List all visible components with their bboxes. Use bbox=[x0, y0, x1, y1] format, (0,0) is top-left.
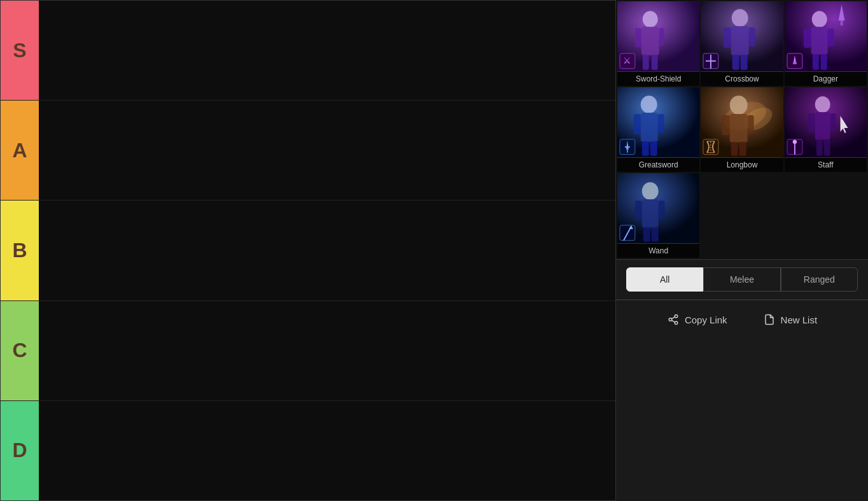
svg-rect-33 bbox=[641, 113, 658, 142]
tier-label-a: A bbox=[1, 101, 39, 200]
weapon-card-wand[interactable]: Wand bbox=[617, 173, 699, 258]
weapon-label-dagger: Dagger bbox=[785, 71, 867, 86]
filter-all-button[interactable]: All bbox=[626, 267, 703, 292]
weapon-card-crossbow[interactable]: Crossbow bbox=[701, 1, 783, 86]
svg-rect-23 bbox=[811, 27, 827, 55]
tier-label-s: S bbox=[1, 1, 39, 100]
tier-content-b[interactable] bbox=[39, 201, 615, 300]
svg-rect-57 bbox=[815, 112, 830, 140]
svg-rect-41 bbox=[627, 150, 628, 153]
weapon-card-img-longbow bbox=[701, 87, 783, 157]
tier-label-c: C bbox=[1, 301, 39, 400]
filter-bar: All Melee Ranged bbox=[616, 259, 868, 300]
tier-content-s[interactable] bbox=[39, 1, 615, 100]
weapon-card-longbow[interactable]: Longbow bbox=[701, 87, 783, 172]
svg-point-45 bbox=[730, 95, 748, 115]
weapon-label-greatsword: Greatsword bbox=[617, 157, 699, 172]
svg-rect-14 bbox=[732, 55, 739, 70]
svg-rect-2 bbox=[641, 27, 659, 55]
tier-label-d: D bbox=[1, 401, 39, 500]
svg-point-1 bbox=[643, 11, 658, 27]
svg-rect-61 bbox=[823, 139, 830, 156]
svg-rect-34 bbox=[634, 114, 641, 134]
svg-line-78 bbox=[671, 320, 675, 322]
tier-row-a: A bbox=[1, 101, 615, 201]
tier-content-c[interactable] bbox=[39, 301, 615, 400]
tier-list: S A B C D bbox=[0, 0, 616, 501]
svg-rect-68 bbox=[635, 201, 642, 220]
copy-link-icon bbox=[667, 313, 680, 326]
svg-rect-71 bbox=[652, 227, 659, 242]
copy-link-label: Copy Link bbox=[685, 314, 727, 325]
svg-rect-15 bbox=[741, 55, 748, 70]
new-list-button[interactable]: New List bbox=[755, 309, 825, 330]
weapon-grid: ⚔ Sword-Shield bbox=[616, 0, 868, 259]
svg-rect-50 bbox=[739, 142, 746, 156]
svg-rect-59 bbox=[830, 113, 836, 131]
new-list-icon bbox=[763, 313, 776, 326]
weapon-card-staff[interactable]: Staff bbox=[785, 87, 867, 172]
tier-row-d: D bbox=[1, 401, 615, 500]
weapon-card-img-greatsword bbox=[617, 87, 699, 157]
svg-rect-46 bbox=[730, 114, 748, 143]
svg-rect-37 bbox=[650, 141, 657, 156]
svg-rect-24 bbox=[804, 29, 811, 48]
svg-rect-3 bbox=[635, 28, 641, 47]
svg-rect-6 bbox=[652, 55, 658, 70]
svg-point-10 bbox=[732, 9, 748, 27]
svg-rect-47 bbox=[722, 115, 730, 135]
svg-rect-4 bbox=[659, 28, 664, 46]
svg-rect-27 bbox=[820, 54, 827, 70]
tier-row-s: S bbox=[1, 1, 615, 101]
svg-rect-11 bbox=[731, 26, 749, 55]
svg-rect-12 bbox=[724, 27, 731, 48]
svg-rect-35 bbox=[658, 114, 664, 133]
svg-point-64 bbox=[793, 140, 797, 144]
svg-rect-70 bbox=[643, 227, 650, 242]
svg-rect-13 bbox=[749, 27, 755, 46]
weapon-label-wand: Wand bbox=[617, 243, 699, 258]
svg-rect-69 bbox=[659, 201, 665, 219]
svg-rect-25 bbox=[827, 29, 834, 46]
svg-point-66 bbox=[642, 182, 659, 200]
svg-point-22 bbox=[811, 11, 827, 27]
svg-rect-5 bbox=[643, 55, 649, 70]
svg-text:⚔: ⚔ bbox=[623, 55, 631, 66]
tier-row-c: C bbox=[1, 301, 615, 401]
weapon-card-img-sword-shield: ⚔ bbox=[617, 1, 699, 71]
svg-rect-58 bbox=[808, 113, 815, 132]
weapon-card-sword-shield[interactable]: ⚔ Sword-Shield bbox=[617, 1, 699, 86]
svg-rect-36 bbox=[642, 141, 649, 156]
svg-rect-67 bbox=[642, 199, 659, 228]
svg-rect-26 bbox=[812, 54, 818, 70]
tier-content-a[interactable] bbox=[39, 101, 615, 200]
weapon-card-img-wand bbox=[617, 173, 699, 243]
filter-ranged-button[interactable]: Ranged bbox=[781, 267, 858, 292]
filter-melee-button[interactable]: Melee bbox=[703, 267, 780, 292]
svg-line-79 bbox=[671, 317, 675, 319]
action-bar: Copy Link New List bbox=[616, 300, 868, 339]
weapon-card-greatsword[interactable]: Greatsword bbox=[617, 87, 699, 172]
svg-rect-48 bbox=[748, 115, 754, 134]
weapon-label-crossbow: Crossbow bbox=[701, 71, 783, 86]
svg-rect-51 bbox=[703, 139, 718, 155]
weapon-card-dagger[interactable]: Dagger bbox=[785, 1, 867, 86]
weapon-card-img-staff bbox=[785, 87, 867, 157]
tier-content-d[interactable] bbox=[39, 401, 615, 500]
tier-label-b: B bbox=[1, 201, 39, 300]
right-panel: ⚔ Sword-Shield bbox=[616, 0, 868, 501]
copy-link-button[interactable]: Copy Link bbox=[659, 309, 735, 330]
svg-rect-60 bbox=[816, 139, 822, 156]
weapon-label-sword-shield: Sword-Shield bbox=[617, 71, 699, 86]
weapon-label-longbow: Longbow bbox=[701, 157, 783, 172]
new-list-label: New List bbox=[781, 314, 818, 325]
tier-row-b: B bbox=[1, 201, 615, 300]
weapon-card-img-dagger bbox=[785, 1, 867, 71]
weapon-label-staff: Staff bbox=[785, 157, 867, 172]
svg-rect-30 bbox=[793, 62, 797, 64]
svg-rect-49 bbox=[731, 142, 738, 156]
svg-rect-21 bbox=[840, 20, 843, 25]
svg-point-32 bbox=[641, 95, 657, 113]
weapon-card-img-crossbow bbox=[701, 1, 783, 71]
svg-point-56 bbox=[815, 96, 830, 113]
